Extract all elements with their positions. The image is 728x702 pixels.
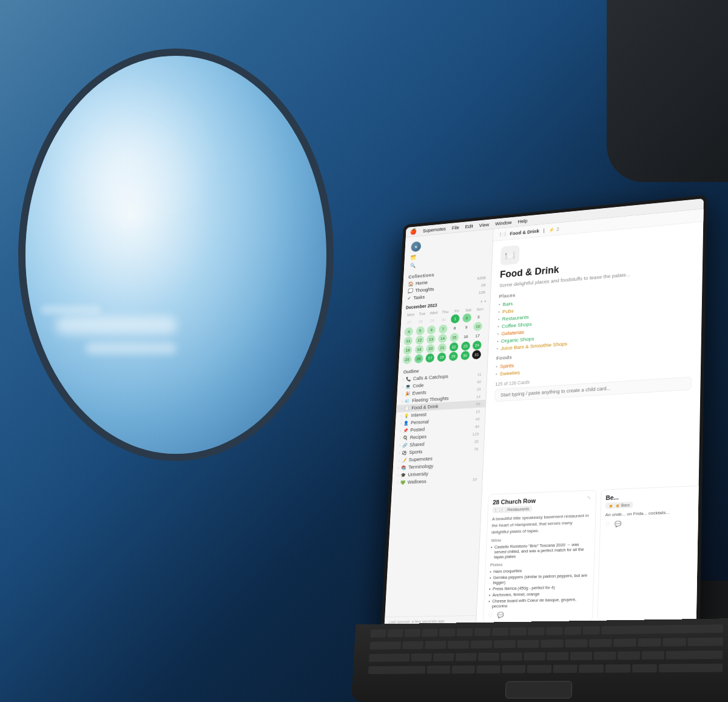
card-2-body: An unde... on Frida... cocktails...	[605, 508, 699, 519]
spirits-link[interactable]: Spirits	[500, 362, 514, 369]
plates-list: •Ham croquettes •Gernika peppers (simila…	[488, 566, 590, 610]
user-avatar: S	[411, 241, 421, 252]
card-1-actions: ♡ 💬	[488, 610, 588, 618]
chevron-icon: ›	[403, 377, 404, 381]
heart-icon[interactable]: ♡	[488, 612, 493, 618]
cal-day-25[interactable]: 25	[403, 355, 412, 365]
calendar-month-label: December 2023	[406, 303, 437, 311]
menu-app-name[interactable]: Supernotes	[423, 226, 446, 233]
trackpad[interactable]	[505, 681, 573, 698]
card-2-actions: ♡ 💬	[605, 518, 699, 527]
filter-icon: ⚡	[548, 227, 554, 232]
cal-day-2[interactable]: 2	[462, 313, 471, 323]
cal-day-7[interactable]: 7	[439, 325, 448, 334]
chevron-icon: ›	[402, 399, 403, 403]
cal-day-17[interactable]: 17	[473, 331, 482, 341]
cal-day-19[interactable]: 19	[414, 345, 423, 354]
menu-view[interactable]: View	[479, 221, 490, 228]
cal-day-1[interactable]: 1	[451, 314, 460, 324]
cal-day-21[interactable]: 21	[437, 343, 447, 353]
pubs-link[interactable]: Pubs	[502, 308, 514, 314]
cal-day-31[interactable]: 31	[472, 350, 481, 360]
window-glass	[25, 56, 326, 454]
edit-icon[interactable]: ✎	[587, 495, 592, 501]
cal-day-14[interactable]: 14	[438, 334, 447, 343]
cal-day-29nov[interactable]: 29	[428, 316, 437, 326]
card-28-church-row[interactable]: 28 Church Row ✎ 🍽️ 🍽️ Restaurants A beau…	[483, 490, 597, 623]
keyboard-keys	[368, 624, 723, 676]
cal-day-28nov[interactable]: 28	[416, 317, 425, 326]
chevron-icon: ›	[399, 444, 400, 447]
cal-day-20[interactable]: 20	[426, 344, 435, 354]
cal-day-11[interactable]: 11	[403, 336, 413, 346]
menu-help[interactable]: Help	[517, 218, 527, 224]
cal-day-18[interactable]: 18	[403, 346, 413, 356]
cal-day-6[interactable]: 6	[427, 325, 436, 335]
cal-day-22[interactable]: 22	[449, 342, 458, 352]
card-2-title: Be...	[605, 494, 619, 501]
chevron-icon: ›	[400, 421, 402, 425]
menu-edit[interactable]: Edit	[465, 223, 473, 229]
menu-window[interactable]: Window	[495, 220, 511, 226]
comment-icon[interactable]: 💬	[497, 612, 504, 618]
heart-icon[interactable]: ♡	[605, 521, 610, 528]
chevron-icon: ›	[397, 481, 399, 484]
chevron-icon: ›	[401, 407, 402, 410]
macbook-screen: 🍎 Supernotes File Edit View Window Help …	[381, 195, 707, 635]
home-icon: 🏠	[408, 281, 413, 286]
cal-day-10[interactable]: 10	[473, 322, 482, 331]
chevron-icon: ›	[397, 473, 399, 477]
bars-link[interactable]: Bars	[502, 300, 513, 307]
note-area[interactable]: 🍽️ Food & Drink Some delightful places a…	[482, 222, 704, 495]
main-content: 🍽️ Food & Drink | ⚡ 2 🍽️ Food & Drink So…	[476, 209, 704, 630]
chevron-icon: ›	[398, 466, 399, 470]
calendar-widget: December 2023 ‹ › Mon Tue Wed Thu	[399, 295, 490, 368]
sweeties-link[interactable]: Sweeties	[500, 369, 521, 376]
cal-day-5[interactable]: 5	[416, 326, 425, 336]
plate-item-5: •Cheese board with Coeur de basque, gruy…	[488, 596, 588, 609]
content-title: Food & Drink	[510, 228, 539, 236]
airplane-window	[18, 49, 334, 461]
cal-day-27[interactable]: 27	[426, 353, 435, 363]
cal-day-4[interactable]: 4	[404, 327, 413, 336]
cards-row: 28 Church Row ✎ 🍽️ 🍽️ Restaurants A beau…	[476, 485, 699, 630]
cal-day-16[interactable]: 16	[461, 332, 470, 342]
cal-day-28[interactable]: 28	[437, 353, 447, 362]
wine-list: • Castello Romitorio "Brio" Toscana 2020…	[490, 541, 590, 561]
chevron-icon: ›	[399, 458, 400, 462]
cal-day-13[interactable]: 13	[426, 334, 436, 344]
macbook: 🍎 Supernotes File Edit View Window Help …	[351, 191, 728, 702]
cal-day-30[interactable]: 30	[460, 351, 470, 360]
comment-icon[interactable]: 💬	[615, 521, 621, 527]
chevron-icon: ›	[402, 385, 403, 388]
breadcrumb-icon: 🍽️	[499, 231, 506, 237]
cal-day-27nov[interactable]: 27	[405, 318, 414, 327]
app-window: 🍎 Supernotes File Edit View Window Help …	[384, 198, 704, 632]
filter-count: 2	[556, 226, 559, 232]
card-icon: 🗂️	[410, 255, 416, 260]
calendar-grid: Mon Tue Wed Thu Fri Sat Sun 27 28 29 30	[403, 306, 486, 364]
menu-file[interactable]: File	[452, 224, 459, 231]
chevron-icon: ›	[400, 436, 401, 440]
calendar-prev-icon[interactable]: ‹	[481, 299, 483, 305]
filter-separator: |	[544, 228, 545, 233]
cal-day-30nov[interactable]: 30	[439, 315, 448, 325]
card-be[interactable]: Be... 🍺 🍺 Bars An unde... on Frida... co…	[597, 485, 698, 622]
cal-day-24[interactable]: 24	[473, 340, 482, 350]
filter-badge[interactable]: ⚡ 2	[548, 226, 559, 232]
cal-day-9[interactable]: 9	[462, 323, 471, 332]
cal-day-23[interactable]: 23	[461, 342, 470, 351]
macbook-keyboard	[351, 618, 728, 702]
sidebar: S 🗂️ 🔍 Collections 🏠	[384, 229, 494, 632]
restaurant-tag-icon: 🍽️	[495, 507, 500, 512]
cal-day-3[interactable]: 3	[474, 312, 483, 322]
cal-day-29[interactable]: 29	[449, 351, 458, 361]
cal-day-8[interactable]: 8	[450, 323, 459, 333]
cal-day-15[interactable]: 15	[450, 333, 459, 343]
bars-tag-icon: 🍺	[608, 503, 614, 508]
calendar-next-icon[interactable]: ›	[484, 299, 486, 304]
cal-day-12[interactable]: 12	[415, 336, 424, 345]
chevron-icon: ›	[399, 451, 400, 454]
cal-day-26[interactable]: 26	[414, 354, 423, 364]
search-icon: 🔍	[410, 263, 416, 268]
